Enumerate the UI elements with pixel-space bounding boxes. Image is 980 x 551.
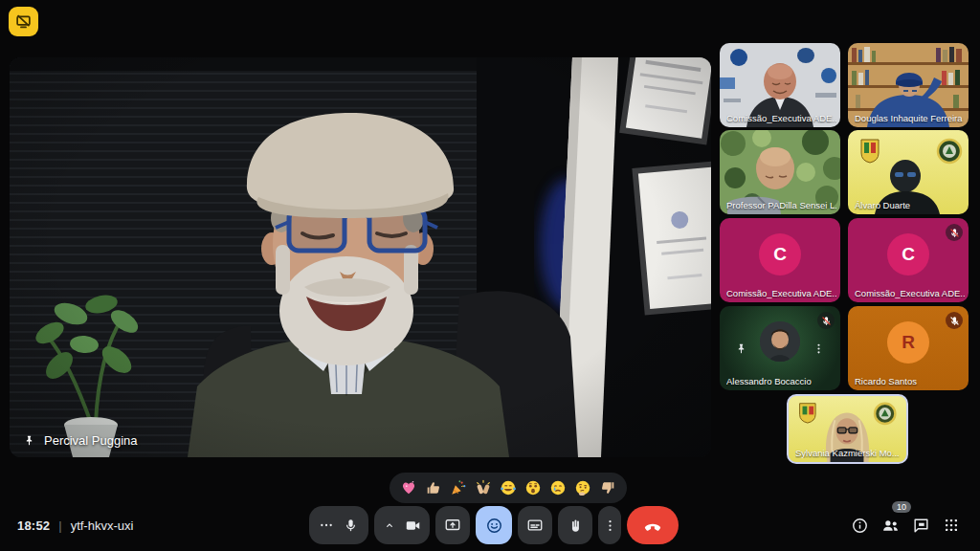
participant-tile[interactable]: Alessandro Bocaccio: [720, 306, 840, 390]
main-video-name: Percival Puggina: [44, 433, 138, 448]
participant-name: Álvaro Duarte: [855, 200, 965, 210]
participant-name: Douglas Inhaquite Ferreira: [855, 113, 965, 123]
info-icon[interactable]: [848, 506, 871, 544]
participant-tile[interactable]: C Comissão_Executiva ADE...: [720, 218, 840, 302]
participant-name: Ricardo Santos: [855, 376, 965, 386]
pin-icon: [23, 434, 35, 447]
main-video-scene: [10, 57, 711, 457]
participant-name: Sylvania Kazmierski Mo...: [795, 448, 902, 458]
more-vertical-icon[interactable]: [813, 342, 825, 355]
microphone-button[interactable]: [343, 518, 359, 534]
round-emblem: [875, 404, 895, 424]
apps-grid-icon[interactable]: [940, 506, 963, 544]
mic-off-icon: [946, 224, 963, 241]
meeting-info: 18:52 | ytf-hkvx-uxi: [17, 506, 133, 544]
raise-hand-button[interactable]: [558, 506, 592, 544]
reaction-face-with-tears-of-joy[interactable]: [499, 476, 518, 499]
participant-tile-highlighted[interactable]: Sylvania Kazmierski Mo...: [787, 394, 908, 464]
participant-name: Alessandro Bocaccio: [726, 376, 836, 386]
participant-name: Comissão_Executiva ADE...: [726, 113, 836, 123]
participant-tile[interactable]: Comissão_Executiva ADE...: [720, 43, 840, 127]
separator: |: [58, 518, 61, 533]
participant-name: Comissão_Executiva ADE...: [855, 288, 965, 298]
reaction-crying-face[interactable]: [548, 476, 568, 499]
main-video-tile[interactable]: Percival Puggina: [10, 57, 711, 457]
mic-control-group: [309, 506, 368, 544]
control-bar: [309, 506, 679, 544]
clock-time: 18:52: [17, 518, 50, 533]
participant-tile[interactable]: C Comissão_Executiva ADE...: [848, 218, 969, 302]
video-settings-chevron[interactable]: [383, 518, 396, 532]
avatar: R: [887, 321, 929, 364]
more-options-button[interactable]: [319, 518, 334, 533]
end-call-button[interactable]: [627, 506, 679, 544]
present-screen-button[interactable]: [435, 506, 470, 544]
participant-tile[interactable]: R Ricardo Santos: [848, 306, 969, 390]
reaction-thumbs-down[interactable]: [598, 476, 617, 499]
participant-name: Professor PADilla Sensei L...: [726, 200, 836, 210]
state-coat-of-arms: [800, 404, 815, 423]
mic-off-icon: [817, 312, 835, 329]
camera-button[interactable]: [405, 518, 421, 534]
chat-icon[interactable]: [909, 506, 932, 544]
more-vertical-button[interactable]: [598, 506, 621, 544]
meet-window: Percival Puggina Comissão_Executiva ADE.…: [0, 0, 980, 551]
reactions-bar: [390, 473, 627, 503]
reaction-clapping-hands[interactable]: [474, 476, 493, 499]
reaction-party-popper[interactable]: [449, 476, 468, 499]
round-emblem: [938, 140, 961, 163]
reaction-sparkling-heart[interactable]: [399, 476, 418, 499]
avatar: C: [887, 233, 929, 276]
avatar: C: [759, 233, 801, 276]
reaction-thinking-face[interactable]: [573, 476, 592, 499]
presentation-paused-icon: [15, 13, 32, 30]
reactions-button[interactable]: [476, 506, 512, 544]
reaction-astonished-face[interactable]: [523, 476, 543, 499]
mic-off-icon: [946, 312, 963, 329]
captions-button[interactable]: [518, 506, 552, 544]
participant-name: Comissão_Executiva ADE...: [726, 288, 836, 298]
reaction-thumbs-up[interactable]: [424, 476, 443, 499]
pin-icon[interactable]: [735, 342, 747, 355]
meeting-code: ytf-hkvx-uxi: [71, 518, 134, 533]
main-video-name-label: Percival Puggina: [23, 433, 138, 448]
state-coat-of-arms: [861, 140, 879, 163]
participant-tile[interactable]: Douglas Inhaquite Ferreira: [848, 43, 969, 127]
presentation-notification[interactable]: [9, 7, 38, 36]
participant-tile[interactable]: Álvaro Duarte: [848, 130, 969, 214]
camera-control-group: [374, 506, 430, 544]
participant-count-badge: 10: [892, 501, 911, 513]
participant-tile[interactable]: Professor PADilla Sensei L...: [720, 130, 840, 214]
